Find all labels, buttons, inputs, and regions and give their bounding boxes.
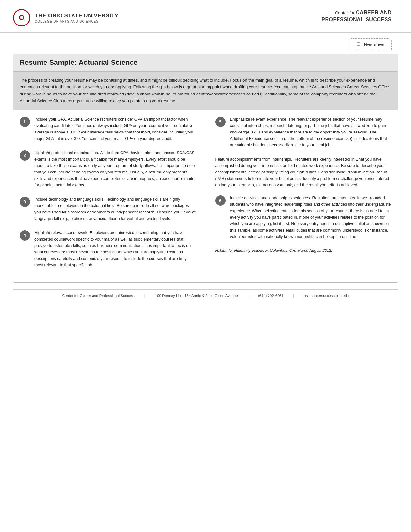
tip-item-1: 1 Include your GPA. Actuarial Science re…	[20, 116, 196, 142]
tip-text-par: Feature accomplishments from internships…	[215, 156, 392, 188]
professional-success-label: Professional Success	[321, 16, 392, 23]
tip-number-4: 4	[20, 230, 30, 241]
tip-habitat: Habitat for Humanity Volunteer, Columbus…	[215, 248, 392, 254]
page-header: O The Ohio State University College of A…	[0, 0, 411, 33]
osu-logo: O	[13, 9, 30, 26]
tip-text-1: Include your GPA. Actuarial Science recr…	[34, 116, 196, 142]
title-section: Resume Sample: Actuarial Science	[13, 54, 398, 72]
college-name: College of Arts and Sciences	[35, 20, 118, 23]
tip-number-3: 3	[20, 197, 30, 207]
tips-right-column: 5 Emphasize relevant experience. The rel…	[206, 116, 392, 276]
resumes-label: Resumes	[364, 42, 384, 47]
tip-item-6: 6 Include activities and leadership expe…	[215, 195, 392, 240]
center-label: Center for Career and	[321, 9, 392, 16]
resumes-tab[interactable]: ☰ Resumes	[349, 38, 392, 50]
header-right: Center for Career and Professional Succe…	[321, 9, 392, 24]
footer-phone: (614) 292-6961	[258, 294, 284, 298]
tip-number-6: 6	[215, 195, 226, 206]
tip-text-3: Include technology and language skills. …	[34, 196, 196, 222]
university-name: The Ohio State University	[35, 13, 118, 19]
page-footer: Center for Career and Professional Succe…	[13, 290, 398, 301]
logo-area: O The Ohio State University College of A…	[13, 9, 118, 26]
university-info: The Ohio State University College of Art…	[35, 13, 118, 23]
tip-item-3: 3 Include technology and language skills…	[20, 196, 196, 222]
tips-grid: 1 Include your GPA. Actuarial Science re…	[13, 110, 398, 282]
footer-address: 100 Denney Hall, 164 Annie & John Glenn …	[155, 294, 238, 298]
footer-website: asc-careersuccess.osu.edu	[304, 294, 349, 298]
tip-text-4: Highlight relevant coursework. Employers…	[34, 230, 196, 268]
intro-section: The process of creating your resume may …	[13, 72, 398, 110]
page-title: Resume Sample: Actuarial Science	[20, 58, 391, 67]
tip-number-1: 1	[20, 117, 30, 127]
resumes-tab-area: ☰ Resumes	[0, 33, 411, 54]
tip-continuation-par: Feature accomplishments from internships…	[215, 156, 392, 188]
tip-item-4: 4 Highlight relevant coursework. Employe…	[20, 230, 196, 268]
tip-number-2: 2	[20, 150, 30, 161]
tip-text-5: Emphasize relevant experience. The relev…	[230, 116, 392, 148]
tip-item-2: 2 Highlight professional examinations. A…	[20, 150, 196, 188]
tip-number-5: 5	[215, 117, 226, 127]
resumes-icon: ☰	[356, 41, 361, 47]
tip-item-5: 5 Emphasize relevant experience. The rel…	[215, 116, 392, 148]
tip-text-habitat: Habitat for Humanity Volunteer, Columbus…	[215, 248, 392, 254]
tips-left-column: 1 Include your GPA. Actuarial Science re…	[20, 116, 206, 276]
tip-text-6: Include activities and leadership experi…	[230, 195, 392, 240]
career-bold-text: Career and	[356, 10, 392, 15]
tip-text-2: Highlight professional examinations. Asi…	[34, 150, 196, 188]
footer-center-name: Center for Career and Professional Succe…	[62, 294, 135, 298]
intro-text: The process of creating your resume may …	[20, 77, 391, 104]
main-content: Resume Sample: Actuarial Science The pro…	[13, 54, 398, 283]
